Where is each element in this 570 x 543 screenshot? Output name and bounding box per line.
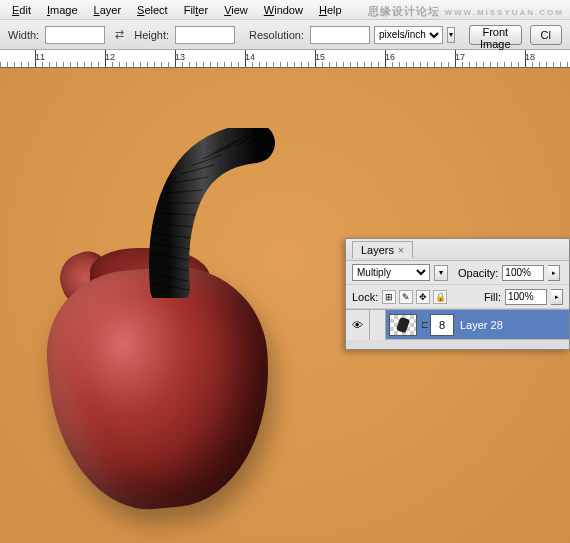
blend-dropdown-icon[interactable]: ▾ — [434, 265, 448, 281]
width-input[interactable] — [45, 26, 105, 44]
opacity-label: Opacity: — [458, 267, 498, 279]
fill-slider-icon[interactable]: ▸ — [551, 289, 563, 305]
menu-filter[interactable]: Filter — [176, 2, 216, 18]
clear-button[interactable]: Cl — [530, 25, 562, 45]
units-select[interactable]: pixels/inch — [374, 26, 443, 44]
panel-tab-bar: Layers × — [346, 239, 569, 261]
layers-tab[interactable]: Layers × — [352, 241, 413, 258]
menu-image[interactable]: Image — [39, 2, 86, 18]
layer-name-label[interactable]: Layer 28 — [460, 319, 503, 331]
lock-all-icon[interactable]: 🔒 — [433, 290, 447, 304]
resolution-label: Resolution: — [249, 29, 304, 41]
watermark: 思缘设计论坛WWW.MISSYUAN.COM — [368, 4, 564, 19]
close-icon[interactable]: × — [398, 245, 404, 256]
layer-row[interactable]: 👁 ⊏ 8 Layer 28 — [346, 309, 569, 339]
fill-input[interactable] — [505, 289, 547, 305]
menu-select[interactable]: Select — [129, 2, 176, 18]
height-label: Height: — [134, 29, 169, 41]
blend-mode-select[interactable]: Multiply — [352, 264, 430, 281]
layer-thumbnail[interactable] — [389, 314, 417, 336]
width-label: Width: — [8, 29, 39, 41]
units-dropdown-icon[interactable]: ▾ — [447, 27, 455, 43]
options-bar: Width: ⇄ Height: Resolution: pixels/inch… — [0, 20, 570, 50]
layers-panel[interactable]: Layers × Multiply ▾ Opacity: ▸ Lock: ⊞ ✎… — [345, 238, 570, 350]
mask-link-icon[interactable]: ⊏ — [420, 320, 430, 330]
opacity-input[interactable] — [502, 265, 544, 281]
front-image-button[interactable]: Front Image — [469, 25, 522, 45]
swap-icon[interactable]: ⇄ — [115, 28, 124, 42]
eye-icon: 👁 — [352, 319, 363, 331]
menu-edit[interactable]: Edit — [4, 2, 39, 18]
horizontal-ruler: 11 12 13 14 15 16 17 18 — [0, 50, 570, 68]
mask-thumbnail[interactable]: 8 — [430, 314, 454, 336]
visibility-toggle[interactable]: 👁 — [346, 310, 370, 340]
menu-window[interactable]: Window — [256, 2, 311, 18]
lock-transparency-icon[interactable]: ⊞ — [382, 290, 396, 304]
layers-empty-area — [346, 339, 569, 349]
link-column[interactable] — [370, 310, 386, 340]
menu-view[interactable]: View — [216, 2, 256, 18]
opacity-slider-icon[interactable]: ▸ — [548, 265, 560, 281]
lock-paint-icon[interactable]: ✎ — [399, 290, 413, 304]
fill-label: Fill: — [484, 291, 501, 303]
blend-row: Multiply ▾ Opacity: ▸ — [346, 261, 569, 285]
menu-help[interactable]: Help — [311, 2, 350, 18]
lock-move-icon[interactable]: ✥ — [416, 290, 430, 304]
resolution-input[interactable] — [310, 26, 370, 44]
lock-row: Lock: ⊞ ✎ ✥ 🔒 Fill: ▸ — [346, 285, 569, 309]
height-input[interactable] — [175, 26, 235, 44]
menu-layer[interactable]: Layer — [86, 2, 130, 18]
tube-image — [145, 128, 275, 298]
lock-label: Lock: — [352, 291, 378, 303]
